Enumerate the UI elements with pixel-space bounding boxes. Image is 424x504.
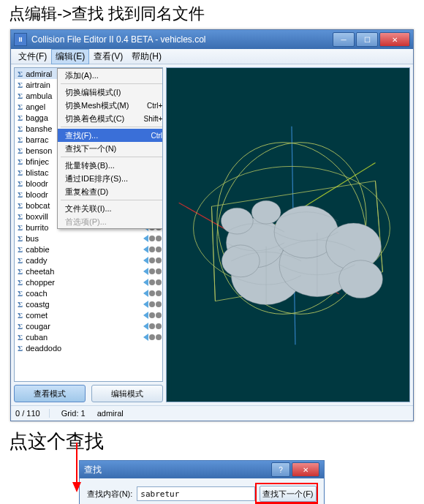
close-button[interactable]: ✕ [379,32,410,47]
list-item-label: cabbie [26,245,49,254]
menu-assoc[interactable]: 文件关联(I)... [58,202,163,215]
list-item-label: caddy [26,256,47,265]
sphere-icon [149,290,155,296]
edit-dropdown: 添加(A)...F9 切换编辑模式(I)F4 切换Mesh模式(M)Ctrl+F… [57,68,163,229]
list-item-label: coach [26,289,47,298]
menu-color-mode[interactable]: 切换着色模式(C)Shift+F4 [58,112,163,125]
menu-find[interactable]: 查找(F)...Ctrl+F [58,129,163,142]
list-item-label: benson [26,146,52,155]
list-item-label: chopper [26,278,55,287]
sphere-icon [156,257,162,263]
3d-viewport[interactable] [166,67,410,402]
sphere-icon [149,279,155,285]
help-button[interactable]: ? [271,462,290,477]
sphere-icon [149,323,155,329]
menu-view[interactable]: 查看(V) [89,49,127,64]
menu-edit-mode[interactable]: 切换编辑模式(I)F4 [58,86,163,99]
list-item-label: bus [26,234,39,243]
sigma-icon: Σ [18,102,23,111]
sigma-icon: Σ [18,344,23,353]
list-item-label: bloodr [26,179,48,188]
sigma-icon: Σ [18,168,23,177]
list-item-label: comet [26,311,48,320]
list-item-label: bagga [26,113,48,122]
list-item-label: admiral [26,69,52,78]
find-dialog: 查找 ? ✕ 查找内容(N): 查找下一个(F) 全字匹配(W) 区分大小写(C… [79,460,325,504]
triangle-icon [143,312,148,319]
sphere-icon [156,290,162,296]
menu-edit[interactable]: 编辑(E) [51,49,89,64]
sphere-icon [149,257,155,263]
list-item-label: boxvill [26,212,48,221]
list-item-label: burrito [26,223,48,232]
minimize-button[interactable]: ─ [333,32,355,47]
menu-recheck[interactable]: 重复检查(D) [58,185,163,198]
collision-mesh-render [167,68,409,402]
find-next-button[interactable]: 查找下一个(F) [260,486,317,502]
menu-batch[interactable]: 批量转换(B)... [58,159,163,172]
status-count: 0 / 110 [15,409,50,418]
triangle-icon [143,246,148,253]
left-panel: ΣadmiralΣairtrainΣambulaΣangelΣbaggaΣban… [14,67,163,402]
model-list[interactable]: ΣadmiralΣairtrainΣambulaΣangelΣbaggaΣban… [14,67,163,382]
sigma-icon: Σ [18,267,23,276]
sigma-icon: Σ [18,245,23,254]
sigma-icon: Σ [18,333,23,342]
svg-point-17 [339,260,383,298]
sphere-icon [149,236,155,241]
sphere-icon [156,279,162,285]
list-item-label: coastg [26,300,49,309]
dialog-titlebar[interactable]: 查找 ? ✕ [80,461,324,478]
sphere-icon [156,334,162,340]
sigma-icon: Σ [18,179,23,188]
sigma-icon: Σ [18,300,23,309]
list-item-label: deaddodo [26,344,61,353]
titlebar[interactable]: II Collision File Editor II 0.4 BETA - v… [11,30,413,49]
menu-file[interactable]: 文件(F) [14,49,51,64]
app-icon: II [14,33,27,46]
view-mode-button[interactable]: 查看模式 [14,385,86,402]
menu-ide-sort[interactable]: 通过IDE排序(S)... [58,172,163,185]
triangle-icon [143,257,148,264]
list-item-label: cougar [26,322,50,331]
sigma-icon: Σ [18,80,23,89]
maximize-button[interactable]: ☐ [356,32,378,47]
menu-mesh-mode[interactable]: 切换Mesh模式(M)Ctrl+F4 [58,99,163,112]
menu-find-next[interactable]: 查找下一个(N)F3 [58,142,163,155]
sigma-icon: Σ [18,124,23,133]
sphere-icon [149,301,155,307]
triangle-icon [143,279,148,286]
sphere-icon [156,236,162,241]
edit-mode-button[interactable]: 编辑模式 [91,385,163,402]
list-item-label: banshe [26,124,52,133]
sigma-icon: Σ [18,311,23,320]
sphere-icon [149,268,155,274]
menubar: 文件(F) 编辑(E) 查看(V) 帮助(H) [11,49,413,64]
menu-add[interactable]: 添加(A)...F9 [58,69,163,82]
sphere-icon [156,247,162,252]
sigma-icon: Σ [18,135,23,144]
dialog-close-button[interactable]: ✕ [292,462,319,477]
sigma-icon: Σ [18,91,23,100]
sphere-icon [156,301,162,307]
list-item-label: bfinjec [26,157,49,166]
sphere-icon [149,247,155,252]
window-title: Collision File Editor II 0.4 BETA - vehi… [31,34,206,45]
statusbar: 0 / 110 Grid: 1 admiral [11,405,413,421]
triangle-icon [143,290,148,297]
list-item-label: cheetah [26,267,54,276]
sigma-icon: Σ [18,190,23,199]
sigma-icon: Σ [18,212,23,221]
annotation-mid: 点这个查找 [0,423,424,457]
status-selection: admiral [97,409,124,418]
dialog-title: 查找 [84,464,102,476]
menu-help[interactable]: 帮助(H) [127,49,166,64]
sphere-icon [156,268,162,274]
list-item-label: barrac [26,135,48,144]
find-input[interactable] [137,486,255,501]
sigma-icon: Σ [18,223,23,232]
sphere-icon [156,312,162,318]
triangle-icon [143,334,148,341]
triangle-icon [143,323,148,330]
sphere-icon [149,334,155,340]
